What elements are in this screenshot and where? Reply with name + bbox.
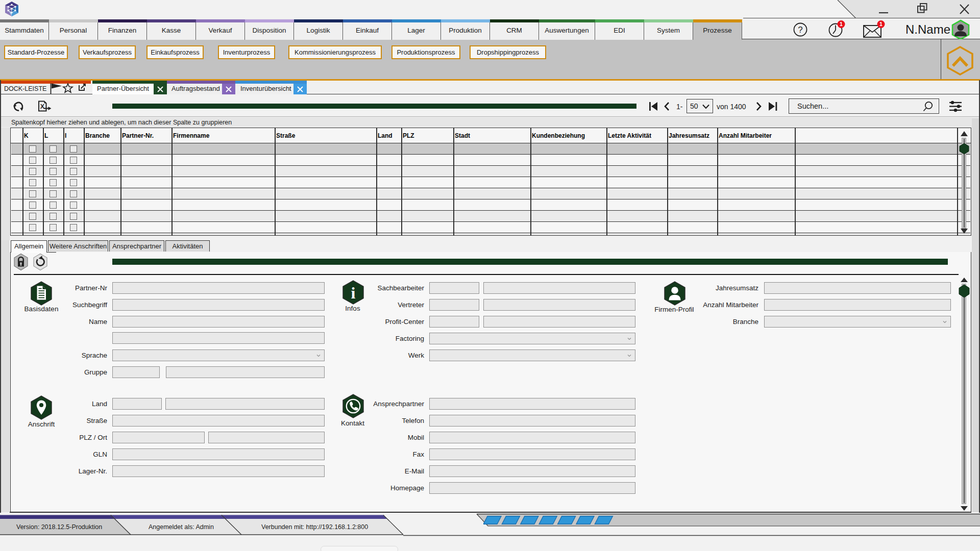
- svg-text:?: ?: [798, 25, 802, 35]
- svg-text:1: 1: [879, 21, 883, 27]
- svg-text:1: 1: [840, 21, 843, 27]
- svg-text:X: X: [40, 103, 45, 110]
